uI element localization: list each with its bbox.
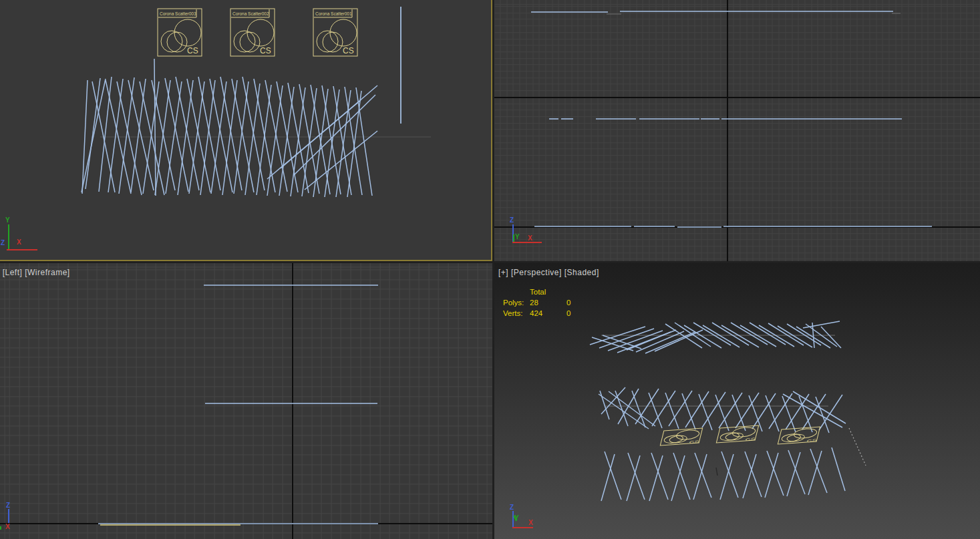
svg-text:CS: CS [689, 439, 700, 443]
viewport-front-canvas: ZYX [494, 0, 980, 261]
objects-layer[interactable] [1, 285, 378, 530]
stats-verts-total: 0 [566, 309, 570, 317]
svg-text:X: X [17, 238, 21, 246]
corona-scatter-gizmo[interactable]: CS [778, 427, 820, 445]
viewport-perspective[interactable]: CSCSCSZYX [+] [Perspective] [Shaded] Tot… [494, 263, 980, 539]
stats-verts-value: 424 [530, 309, 542, 317]
svg-text:CS: CS [187, 46, 198, 55]
stats-polys-label: Polys: [503, 299, 524, 307]
axis-tripod-gizmo: ZX [5, 502, 10, 530]
stats-header: Total [530, 288, 546, 296]
svg-text:Z: Z [6, 502, 10, 509]
objects-layer[interactable] [7, 7, 431, 250]
svg-text:X: X [528, 519, 533, 526]
svg-text:Z: Z [1, 239, 5, 246]
svg-text:Corona Scatter001: Corona Scatter001 [315, 11, 352, 16]
svg-text:Y: Y [514, 514, 519, 522]
viewport-top-canvas: Corona Scatter003CSCorona Scatter002CSCo… [0, 0, 491, 260]
corona-scatter-gizmo[interactable]: CS [716, 425, 759, 443]
svg-text:CS: CS [745, 437, 756, 441]
svg-text:Corona Scatter003: Corona Scatter003 [160, 11, 196, 16]
scatter-gizmos-layer[interactable]: Corona Scatter003CSCorona Scatter002CSCo… [158, 9, 357, 56]
max-quad-viewport-stage: Corona Scatter003CSCorona Scatter002CSCo… [0, 0, 980, 539]
svg-text:Y: Y [5, 216, 10, 224]
svg-text:CS: CS [806, 438, 818, 442]
viewport-label-perspective[interactable]: [+] [Perspective] [Shaded] [498, 268, 599, 277]
svg-text:Z: Z [510, 504, 514, 511]
svg-text:Y: Y [515, 233, 520, 240]
stats-polys-value: 28 [530, 299, 538, 307]
viewport-left-canvas: ZX [0, 263, 492, 539]
svg-text:Z: Z [510, 216, 514, 224]
corona-scatter-gizmo[interactable]: CS [660, 428, 703, 446]
objects-layer[interactable] [512, 11, 932, 242]
viewport-front[interactable]: ZYX [494, 0, 980, 261]
scatter-gizmos-layer[interactable]: CSCSCS [660, 425, 820, 446]
svg-text:CS: CS [343, 46, 354, 55]
objects-layer[interactable] [512, 321, 866, 528]
stats-polys-total: 0 [566, 299, 570, 307]
svg-text:CS: CS [260, 46, 271, 55]
viewport-label-left[interactable]: ] [Left] [Wireframe] [0, 268, 70, 277]
svg-text:X: X [528, 234, 532, 242]
stats-verts-label: Verts: [503, 309, 522, 317]
svg-text:Corona Scatter002: Corona Scatter002 [232, 11, 269, 16]
viewport-left[interactable]: ZX ] [Left] [Wireframe] [0, 263, 492, 539]
svg-text:X: X [5, 523, 10, 530]
viewport-top[interactable]: Corona Scatter003CSCorona Scatter002CSCo… [0, 0, 492, 261]
axis-tripod-gizmo: YZX [1, 216, 21, 246]
